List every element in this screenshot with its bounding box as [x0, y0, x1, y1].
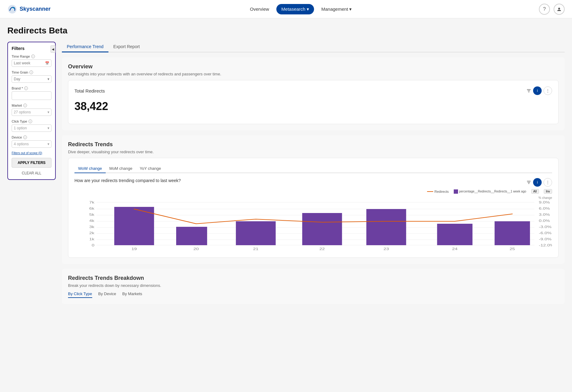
svg-text:5k: 5k [89, 213, 94, 216]
svg-text:-6.0%: -6.0% [539, 231, 551, 235]
filters-title: Filters [12, 46, 51, 51]
svg-text:3.0%: 3.0% [539, 213, 550, 216]
logo[interactable]: Skyscanner [7, 4, 51, 14]
time-range-filter: Time Range i Last week 📅 [12, 55, 51, 67]
time-grain-filter: Time Grain i Day ▾ [12, 70, 51, 83]
market-info-icon[interactable]: i [23, 104, 27, 107]
redirects-trends-title: Redirects Trends [68, 141, 559, 148]
wow-mom-yoy-tabs: WoW change MoM change YoY change [74, 164, 552, 173]
time-range-label: Time Range i [12, 55, 51, 58]
time-grain-info-icon[interactable]: i [29, 70, 33, 74]
time-range-info-icon[interactable]: i [31, 55, 35, 58]
redirects-trend-chart: 7k 6k 5k 4k 3k 2k 1k 0 9.0% 6.0% 3.0% [74, 196, 552, 251]
brand-select[interactable] [12, 91, 51, 100]
nav-metasearch[interactable]: Metasearch ▾ [276, 4, 314, 14]
tab-performance-trend[interactable]: Performance Trend [62, 42, 108, 52]
total-redirects-value: 38,422 [74, 100, 552, 113]
overview-section: Overview Get insights into your redirect… [62, 57, 565, 130]
time-grain-select[interactable]: Day ▾ [12, 75, 51, 83]
nav-overview[interactable]: Overview [245, 4, 274, 14]
tab-wow-change[interactable]: WoW change [74, 164, 106, 173]
card-header: Total Redirects i ⋮ [74, 86, 552, 95]
filter-icon [526, 88, 531, 93]
header: Skyscanner Overview Metasearch ▾ Managem… [0, 0, 572, 18]
brand-info-icon[interactable]: i [24, 86, 28, 90]
legend-bar-label: percentage__Redirects__Redirects__1 week… [459, 190, 526, 193]
more-options-button[interactable]: ⋮ [544, 86, 552, 95]
time-range-select[interactable]: Last week 📅 [12, 59, 51, 67]
legend-bar-color [454, 189, 458, 194]
filters-panel: Filters ◀ Time Range i Last week 📅 Time … [7, 42, 56, 180]
chevron-down-icon: ▾ [349, 6, 352, 12]
time-grain-label: Time Grain i [12, 70, 51, 74]
svg-rect-34 [176, 227, 207, 245]
legend-redirects: Redirects [427, 190, 449, 193]
breakdown-title: Redirects Trends Breakdown [68, 275, 559, 281]
svg-text:3k: 3k [89, 225, 94, 229]
svg-text:-9.0%: -9.0% [539, 237, 551, 241]
svg-text:-12.0%: -12.0% [539, 243, 552, 247]
click-type-info-icon[interactable]: i [28, 120, 32, 123]
y-axis-right-label: % change [539, 196, 552, 200]
clear-all-button[interactable]: CLEAR ALL [12, 171, 51, 175]
redirects-trends-section: Redirects Trends Dive deeper, visualisin… [62, 135, 565, 264]
chevron-down-icon: ▾ [47, 142, 49, 146]
tab-mom-change[interactable]: MoM change [106, 164, 136, 173]
card-actions: i ⋮ [526, 86, 552, 95]
breakdown-tab-click-type[interactable]: By Click Type [68, 291, 92, 298]
svg-rect-39 [494, 221, 530, 245]
breakdown-tab-markets[interactable]: By Markets [122, 291, 142, 298]
chart-legend: Redirects percentage__Redirects__Redirec… [74, 189, 552, 194]
collapse-filters-button[interactable]: ◀ [51, 45, 55, 53]
apply-filters-button[interactable]: APPLY FILTERS [12, 158, 51, 168]
filter-icon [526, 180, 531, 185]
click-type-filter: Click Type i 1 option ▾ [12, 120, 51, 132]
help-button[interactable]: ? [539, 4, 550, 15]
redirects-trends-description: Dive deeper, visualising your redirects … [68, 150, 559, 154]
legend-redirects-label: Redirects [434, 190, 449, 193]
tab-yoy-change[interactable]: YoY change [136, 164, 165, 173]
breakdown-tab-device[interactable]: By Device [98, 291, 116, 298]
user-button[interactable] [554, 4, 565, 15]
overview-title: Overview [68, 63, 559, 70]
header-actions: ? [539, 4, 565, 15]
chart-more-button[interactable]: ⋮ [544, 178, 552, 187]
legend-inv-button[interactable]: Inv [544, 189, 552, 194]
device-select[interactable]: 4 options ▾ [12, 140, 51, 148]
redirects-trends-breakdown-section: Redirects Trends Breakdown Break your re… [62, 269, 565, 304]
main-content: Performance Trend Export Report Overview… [56, 42, 565, 309]
chart-question: How are your redirects trending compared… [74, 178, 181, 183]
brand-label: Brand * i [12, 86, 51, 90]
info-circle-button[interactable]: i [533, 86, 542, 95]
legend-all-button[interactable]: All [531, 189, 539, 194]
chevron-down-icon: ▾ [47, 77, 49, 81]
main-tabs: Performance Trend Export Report [62, 42, 565, 52]
brand-filter: Brand * i [12, 86, 51, 100]
svg-text:9.0%: 9.0% [539, 200, 550, 204]
chevron-down-icon: ▾ [47, 126, 49, 130]
svg-text:6.0%: 6.0% [539, 207, 550, 210]
tab-export-report[interactable]: Export Report [108, 42, 145, 52]
svg-text:6k: 6k [89, 207, 94, 210]
skyscanner-logo-icon [7, 4, 17, 14]
svg-text:21: 21 [253, 247, 259, 251]
breakdown-tabs: By Click Type By Device By Markets [68, 291, 559, 298]
market-label: Market i [12, 104, 51, 107]
device-info-icon[interactable]: i [23, 135, 27, 139]
svg-rect-37 [366, 209, 406, 245]
nav-management[interactable]: Management ▾ [316, 4, 357, 14]
out-of-scope-link[interactable]: Filters out of scope (0) [12, 151, 51, 155]
total-redirects-label: Total Redirects [74, 88, 105, 93]
click-type-select[interactable]: 1 option ▾ [12, 124, 51, 132]
overview-description: Get insights into your redirects with an… [68, 72, 559, 76]
redirects-trends-card: WoW change MoM change YoY change How are… [68, 158, 559, 258]
svg-text:19: 19 [131, 247, 137, 251]
svg-text:22: 22 [320, 247, 325, 251]
svg-text:25: 25 [509, 247, 515, 251]
chart-info-button[interactable]: i [533, 178, 542, 187]
device-label: Device i [12, 135, 51, 139]
market-select[interactable]: 27 options ▾ [12, 108, 51, 116]
svg-rect-35 [236, 221, 276, 245]
svg-rect-36 [302, 213, 342, 245]
svg-text:24: 24 [452, 247, 458, 251]
